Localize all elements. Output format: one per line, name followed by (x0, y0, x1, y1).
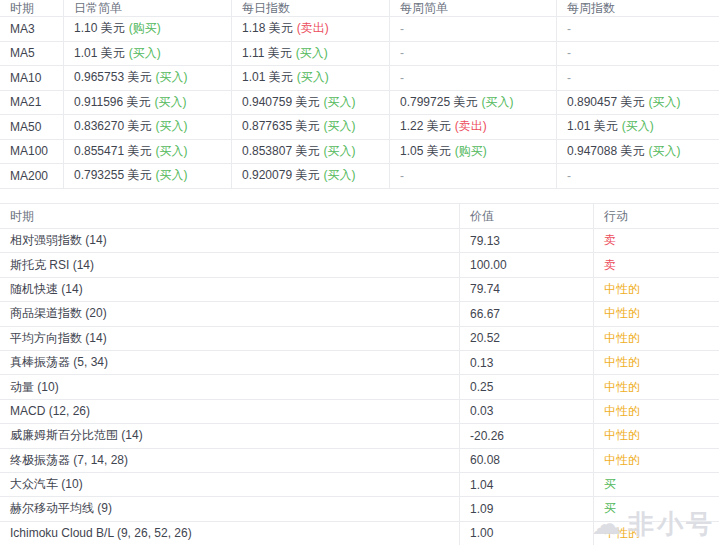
ma-header-weekly-exponential: 每周指数 (556, 0, 719, 16)
ma-signal-label: (买入) (155, 118, 187, 135)
ma-signal-label: (买入) (648, 94, 680, 111)
ma-signal-label: (买入) (323, 118, 355, 135)
ma-empty-value: - (400, 22, 404, 36)
indicator-value: 1.00 (470, 526, 493, 540)
ma-value: 1.01 美元 (567, 118, 618, 135)
indicator-action-label: 中性的 (604, 379, 640, 396)
ma-signal-label: (买入) (129, 45, 161, 62)
ma-value: 1.10 美元 (74, 20, 125, 37)
ma-value: 1.22 美元 (400, 118, 451, 135)
indicator-name: 赫尔移动平均线 (9) (10, 500, 112, 517)
indicator-name-cell: 相对强弱指数 (14) (0, 229, 459, 252)
indicator-name: 随机快速 (14) (10, 281, 83, 298)
indicator-value: 100.00 (470, 258, 507, 272)
ma-table-row: MA51.01 美元(买入)1.11 美元(买入)-- (0, 42, 719, 67)
ma-header-daily-simple: 日常简单 (63, 0, 231, 16)
ma-period-label: MA21 (10, 95, 41, 109)
ma-value-cell: 1.05 美元(购买) (389, 140, 556, 164)
ma-period-cell: MA10 (0, 66, 63, 90)
ma-value-cell: 1.10 美元(购买) (63, 17, 231, 41)
indicator-action-label: 买 (604, 476, 616, 493)
indicator-name-cell: 赫尔移动平均线 (9) (0, 497, 459, 520)
indicator-action-label: 买 (604, 500, 616, 517)
indicators-table: 时期 价值 行动 相对强弱指数 (14)79.13卖斯托克 RSI (14)10… (0, 203, 719, 545)
ma-value: 0.877635 美元 (242, 118, 319, 135)
indicator-action-label: 中性的 (604, 525, 640, 542)
ma-value-cell: - (556, 164, 719, 188)
indicator-value-cell: 79.74 (459, 278, 593, 301)
indicator-action-label: 中性的 (604, 281, 640, 298)
ma-signal-label: (卖出) (455, 118, 487, 135)
ma-period-label: MA100 (10, 144, 48, 158)
indicator-table-row: 威廉姆斯百分比范围 (14)-20.26中性的 (0, 424, 719, 448)
indicator-name-cell: 真棒振荡器 (5, 34) (0, 351, 459, 374)
ma-period-cell: MA100 (0, 140, 63, 164)
indicator-value-cell: 1.00 (459, 522, 593, 545)
ma-value-cell: 0.911596 美元(买入) (63, 91, 231, 115)
indicator-name: 平均方向指数 (14) (10, 330, 107, 347)
ma-value-cell: 1.22 美元(卖出) (389, 115, 556, 139)
indicator-name: Ichimoku Cloud B/L (9, 26, 52, 26) (10, 526, 192, 540)
indicator-value-cell: 0.25 (459, 375, 593, 398)
indicator-table-row: 随机快速 (14)79.74中性的 (0, 278, 719, 302)
ma-signal-label: (买入) (481, 94, 513, 111)
indicator-name-cell: 终极振荡器 (7, 14, 28) (0, 449, 459, 472)
indicator-name-cell: MACD (12, 26) (0, 400, 459, 423)
indicator-table-row: 商品渠道指数 (20)66.67中性的 (0, 302, 719, 326)
indicator-table-row: 赫尔移动平均线 (9)1.09买 (0, 497, 719, 521)
ma-signal-label: (买入) (155, 167, 187, 184)
ma-value-cell: 0.920079 美元(买入) (231, 164, 389, 188)
indicator-name: 威廉姆斯百分比范围 (14) (10, 427, 143, 444)
indicator-table-row: 相对强弱指数 (14)79.13卖 (0, 229, 719, 253)
ma-signal-label: (买入) (296, 45, 328, 62)
ma-value-cell: 0.890457 美元(买入) (556, 91, 719, 115)
ma-value-cell: 0.855471 美元(买入) (63, 140, 231, 164)
indicator-action-cell: 中性的 (593, 424, 719, 447)
indicator-action-label: 中性的 (604, 403, 640, 420)
indicator-value-cell: 60.08 (459, 449, 593, 472)
ma-value: 0.793255 美元 (74, 167, 151, 184)
ma-signal-label: (购买) (129, 20, 161, 37)
indicator-action-cell: 卖 (593, 229, 719, 252)
ma-period-cell: MA5 (0, 42, 63, 66)
indicator-action-label: 中性的 (604, 354, 640, 371)
ma-table-row: MA2000.793255 美元(买入)0.920079 美元(买入)-- (0, 164, 719, 189)
indicator-header-value: 价值 (459, 204, 593, 228)
ma-table-row: MA210.911596 美元(买入)0.940759 美元(买入)0.7997… (0, 91, 719, 116)
ma-period-cell: MA21 (0, 91, 63, 115)
indicator-name: 真棒振荡器 (5, 34) (10, 354, 108, 371)
ma-value: 0.853807 美元 (242, 143, 319, 160)
ma-signal-label: (买入) (323, 94, 355, 111)
indicator-value: 60.08 (470, 453, 500, 467)
ma-value: 1.01 美元 (242, 69, 293, 86)
indicator-value: -20.26 (470, 429, 504, 443)
ma-value: 0.947088 美元 (567, 143, 644, 160)
ma-value-cell: 1.01 美元(买入) (556, 115, 719, 139)
ma-value: 0.855471 美元 (74, 143, 151, 160)
ma-value-cell: 0.940759 美元(买入) (231, 91, 389, 115)
indicator-value-cell: 1.09 (459, 497, 593, 520)
indicator-table-row: 终极振荡器 (7, 14, 28)60.08中性的 (0, 449, 719, 473)
ma-table-row: MA500.836270 美元(买入)0.877635 美元(买入)1.22 美… (0, 115, 719, 140)
ma-empty-value: - (567, 71, 571, 85)
indicator-value-cell: 0.13 (459, 351, 593, 374)
ma-table-header-row: 时期 日常简单 每日指数 每周简单 每周指数 (0, 0, 719, 17)
indicator-action-cell: 中性的 (593, 351, 719, 374)
ma-value-cell: - (556, 17, 719, 41)
indicator-action-label: 中性的 (604, 452, 640, 469)
ma-empty-value: - (400, 169, 404, 183)
ma-header-daily-exponential: 每日指数 (231, 0, 389, 16)
indicator-name-cell: 平均方向指数 (14) (0, 327, 459, 350)
indicator-name-cell: 商品渠道指数 (20) (0, 302, 459, 325)
indicator-name: 动量 (10) (10, 379, 59, 396)
indicator-action-cell: 卖 (593, 253, 719, 276)
indicator-action-cell: 买 (593, 497, 719, 520)
indicator-value-cell: 1.04 (459, 473, 593, 496)
ma-table-body: MA31.10 美元(购买)1.18 美元(卖出)--MA51.01 美元(买入… (0, 17, 719, 189)
indicator-action-cell: 中性的 (593, 522, 719, 545)
ma-value-cell: 1.18 美元(卖出) (231, 17, 389, 41)
indicators-table-body: 相对强弱指数 (14)79.13卖斯托克 RSI (14)100.00卖随机快速… (0, 229, 719, 545)
ma-value: 1.18 美元 (242, 20, 293, 37)
indicator-value-cell: 0.03 (459, 400, 593, 423)
indicator-name: 相对强弱指数 (14) (10, 232, 107, 249)
